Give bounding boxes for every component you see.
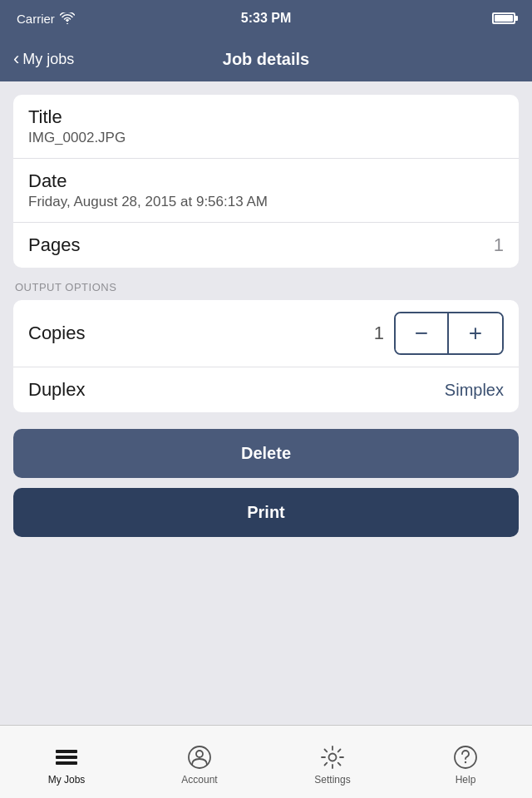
help-icon [452, 744, 479, 771]
action-buttons: Delete Print [0, 429, 532, 537]
copies-stepper: − + [394, 312, 504, 355]
pages-label: Pages [28, 234, 80, 256]
pages-row: Pages 1 [13, 223, 519, 268]
duplex-row: Duplex Simplex [13, 367, 519, 412]
pages-value: 1 [494, 234, 504, 256]
page-title: Job details [223, 50, 309, 69]
duplex-label: Duplex [28, 379, 85, 401]
delete-button[interactable]: Delete [13, 429, 519, 478]
output-options-card: Copies 1 − + Duplex Simplex [13, 300, 519, 412]
carrier-label: Carrier [17, 12, 55, 26]
job-detail-card: Title IMG_0002.JPG Date Friday, August 2… [13, 95, 519, 268]
my-jobs-icon [53, 744, 80, 771]
status-time: 5:33 PM [241, 11, 291, 26]
svg-rect-2 [56, 761, 77, 765]
content-area: Title IMG_0002.JPG Date Friday, August 2… [0, 81, 532, 620]
status-bar: Carrier 5:33 PM [0, 0, 532, 37]
tab-my-jobs[interactable]: My Jobs [0, 739, 133, 786]
date-value: Friday, August 28, 2015 at 9:56:13 AM [28, 194, 504, 210]
wifi-icon [60, 12, 75, 24]
tab-help[interactable]: Help [399, 739, 532, 786]
copies-label: Copies [28, 323, 85, 344]
battery-icon [492, 12, 515, 24]
nav-bar: ‹ My jobs Job details [0, 37, 532, 81]
svg-point-5 [329, 753, 337, 761]
date-row: Date Friday, August 28, 2015 at 9:56:13 … [13, 159, 519, 223]
copies-row: Copies 1 − + [13, 300, 519, 367]
settings-icon [319, 744, 346, 771]
svg-rect-1 [56, 756, 77, 759]
copies-increment-button[interactable]: + [449, 313, 502, 353]
back-chevron-icon: ‹ [13, 48, 19, 70]
account-icon [186, 744, 213, 771]
tab-help-label: Help [456, 774, 476, 786]
title-label: Title [28, 106, 504, 128]
tab-settings-label: Settings [314, 774, 350, 786]
output-options-label: OUTPUT OPTIONS [0, 281, 532, 300]
copies-count: 1 [374, 323, 384, 344]
svg-point-7 [465, 761, 466, 762]
back-button[interactable]: ‹ My jobs [13, 48, 74, 70]
tab-account-label: Account [181, 774, 217, 786]
duplex-value: Simplex [445, 381, 504, 400]
svg-rect-0 [56, 750, 77, 753]
copies-decrement-button[interactable]: − [396, 313, 449, 353]
back-label: My jobs [22, 51, 74, 68]
carrier-wifi: Carrier [17, 12, 75, 26]
print-button[interactable]: Print [13, 488, 519, 537]
tab-settings[interactable]: Settings [266, 739, 399, 786]
tab-bar: My Jobs Account Settings [0, 725, 532, 798]
title-value: IMG_0002.JPG [28, 130, 504, 146]
tab-my-jobs-label: My Jobs [48, 774, 86, 786]
copies-control: 1 − + [374, 312, 504, 355]
date-label: Date [28, 170, 504, 192]
tab-account[interactable]: Account [133, 739, 266, 786]
svg-point-4 [196, 751, 203, 757]
title-row: Title IMG_0002.JPG [13, 95, 519, 159]
